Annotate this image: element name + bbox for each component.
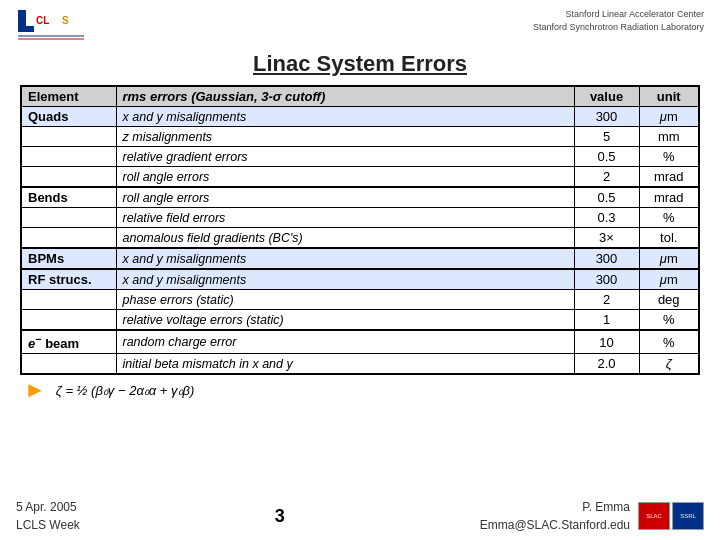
footer-event: LCLS Week: [16, 516, 80, 534]
table-row: RF strucs.x and y misalignments300μm: [21, 269, 699, 290]
value-cell: 2.0: [574, 354, 639, 375]
unit-cell: deg: [639, 290, 699, 310]
rms-cell: roll angle errors: [116, 167, 574, 188]
col-header-unit: unit: [639, 86, 699, 107]
value-cell: 0.3: [574, 208, 639, 228]
rms-cell: z misalignments: [116, 127, 574, 147]
unit-cell: %: [639, 208, 699, 228]
org2-label: Stanford Synchrotron Radiation Laborator…: [533, 21, 704, 34]
page-title: Linac System Errors: [253, 51, 467, 76]
unit-cell: mm: [639, 127, 699, 147]
table-row: BPMsx and y misalignments300μm: [21, 248, 699, 269]
formula-row: ► ζ = ½ (β₀γ − 2α₀α + γ₀β): [20, 377, 700, 403]
unit-cell: ζ: [639, 354, 699, 375]
table-row: roll angle errors2mrad: [21, 167, 699, 188]
value-cell: 0.5: [574, 147, 639, 167]
element-cell: [21, 228, 116, 249]
rms-cell: initial beta mismatch in x and y: [116, 354, 574, 375]
col-header-rms: rms errors (Gaussian, 3-σ cutoff): [116, 86, 574, 107]
svg-rect-0: [16, 8, 86, 43]
unit-cell: %: [639, 310, 699, 331]
rms-cell: phase errors (static): [116, 290, 574, 310]
footer: 5 Apr. 2005 LCLS Week 3 P. Emma Emma@SLA…: [0, 498, 720, 534]
formula-text: ζ = ½ (β₀γ − 2α₀α + γ₀β): [56, 383, 195, 398]
page-wrapper: CL S Stanford Linear Accelerator Center …: [0, 0, 720, 540]
element-cell: [21, 290, 116, 310]
lcls-logo: CL S: [16, 8, 86, 43]
ssrl-logo: SSRL: [672, 502, 704, 530]
svg-text:S: S: [62, 15, 69, 26]
rms-cell: anomalous field gradients (BC's): [116, 228, 574, 249]
element-cell: [21, 147, 116, 167]
unit-cell: μm: [639, 107, 699, 127]
table-row: initial beta mismatch in x and y2.0ζ: [21, 354, 699, 375]
rms-header-text: rms errors (Gaussian, 3-σ cutoff): [123, 89, 326, 104]
element-cell: Bends: [21, 187, 116, 208]
main-content: Element rms errors (Gaussian, 3-σ cutoff…: [0, 85, 720, 403]
svg-rect-2: [18, 26, 34, 32]
unit-cell: %: [639, 330, 699, 354]
value-cell: 10: [574, 330, 639, 354]
page-title-container: Linac System Errors: [0, 51, 720, 77]
unit-cell: mrad: [639, 187, 699, 208]
error-table: Element rms errors (Gaussian, 3-σ cutoff…: [20, 85, 700, 375]
value-cell: 300: [574, 107, 639, 127]
table-row: relative gradient errors0.5%: [21, 147, 699, 167]
footer-logos: SLAC SSRL: [638, 502, 704, 530]
footer-author: P. Emma: [480, 498, 630, 516]
rms-cell: relative field errors: [116, 208, 574, 228]
rms-cell: random charge error: [116, 330, 574, 354]
element-cell: [21, 167, 116, 188]
org1-label: Stanford Linear Accelerator Center: [533, 8, 704, 21]
value-cell: 5: [574, 127, 639, 147]
rms-cell: relative gradient errors: [116, 147, 574, 167]
footer-email: Emma@SLAC.Stanford.edu: [480, 516, 630, 534]
table-row: Quadsx and y misalignments300μm: [21, 107, 699, 127]
svg-text:CL: CL: [36, 15, 49, 26]
unit-cell: %: [639, 147, 699, 167]
element-cell: [21, 127, 116, 147]
value-cell: 300: [574, 248, 639, 269]
value-cell: 3×: [574, 228, 639, 249]
value-cell: 0.5: [574, 187, 639, 208]
unit-cell: μm: [639, 248, 699, 269]
value-cell: 2: [574, 290, 639, 310]
footer-page-num: 3: [275, 506, 285, 527]
unit-cell: tol.: [639, 228, 699, 249]
footer-left: 5 Apr. 2005 LCLS Week: [16, 498, 80, 534]
element-cell: [21, 310, 116, 331]
stanford-logo: SLAC: [638, 502, 670, 530]
table-header-row: Element rms errors (Gaussian, 3-σ cutoff…: [21, 86, 699, 107]
table-row: anomalous field gradients (BC's)3×tol.: [21, 228, 699, 249]
table-row: relative field errors0.3%: [21, 208, 699, 228]
header-right: Stanford Linear Accelerator Center Stanf…: [533, 8, 704, 33]
arrow-icon: ►: [24, 377, 46, 403]
rms-cell: x and y misalignments: [116, 269, 574, 290]
col-header-value: value: [574, 86, 639, 107]
element-cell: e− beam: [21, 330, 116, 354]
logo-area: CL S: [16, 8, 86, 43]
footer-date: 5 Apr. 2005: [16, 498, 80, 516]
element-cell: BPMs: [21, 248, 116, 269]
table-row: phase errors (static)2deg: [21, 290, 699, 310]
unit-cell: μm: [639, 269, 699, 290]
rms-cell: relative voltage errors (static): [116, 310, 574, 331]
rms-cell: x and y misalignments: [116, 248, 574, 269]
unit-cell: mrad: [639, 167, 699, 188]
header: CL S Stanford Linear Accelerator Center …: [0, 0, 720, 47]
rms-cell: x and y misalignments: [116, 107, 574, 127]
value-cell: 2: [574, 167, 639, 188]
element-cell: [21, 208, 116, 228]
value-cell: 300: [574, 269, 639, 290]
value-cell: 1: [574, 310, 639, 331]
element-cell: RF strucs.: [21, 269, 116, 290]
element-cell: Quads: [21, 107, 116, 127]
element-cell: [21, 354, 116, 375]
col-header-element: Element: [21, 86, 116, 107]
table-row: z misalignments5mm: [21, 127, 699, 147]
table-row: e− beamrandom charge error10%: [21, 330, 699, 354]
table-row: relative voltage errors (static)1%: [21, 310, 699, 331]
rms-cell: roll angle errors: [116, 187, 574, 208]
table-row: Bendsroll angle errors0.5mrad: [21, 187, 699, 208]
footer-right: P. Emma Emma@SLAC.Stanford.edu: [480, 498, 630, 534]
